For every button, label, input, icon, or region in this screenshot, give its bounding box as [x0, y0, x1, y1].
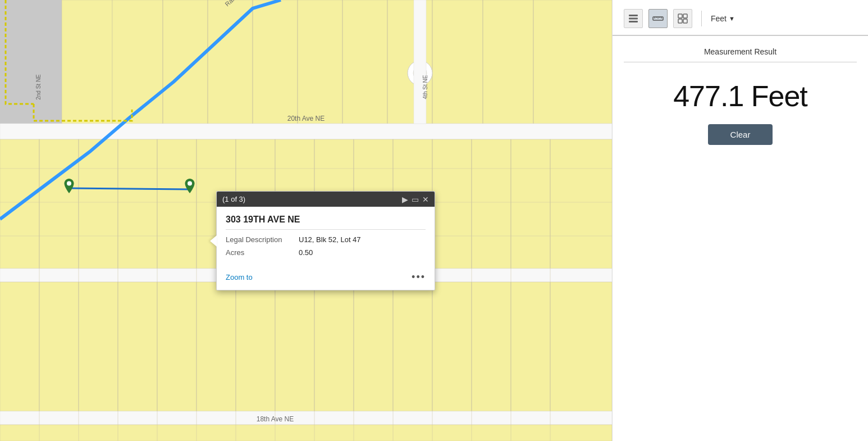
popup: (1 of 3) ▶ ▭ ✕ 303 19TH AVE NE Legal Des…: [216, 191, 435, 290]
popup-label-acres: Acres: [226, 248, 299, 257]
clear-button[interactable]: Clear: [708, 124, 773, 145]
measure-button[interactable]: [648, 9, 668, 28]
svg-rect-44: [511, 282, 550, 411]
svg-rect-31: [0, 282, 39, 411]
chevron-down-icon: ▼: [729, 15, 735, 22]
svg-rect-8: [298, 0, 342, 124]
popup-arrow: [210, 235, 217, 247]
svg-rect-10: [387, 0, 432, 124]
popup-footer: Zoom to •••: [217, 268, 435, 290]
svg-rect-88: [629, 21, 638, 22]
popup-play-btn[interactable]: ▶: [402, 196, 408, 203]
svg-rect-13: [533, 0, 612, 124]
svg-text:4th St NE: 4th St NE: [422, 75, 428, 99]
popup-title: 303 19TH AVE NE: [226, 215, 426, 230]
svg-rect-34: [118, 282, 157, 411]
toolbar-divider: [701, 11, 702, 26]
svg-rect-39: [314, 282, 354, 411]
svg-rect-0: [0, 0, 62, 124]
svg-rect-14: [0, 124, 612, 139]
svg-point-85: [188, 181, 192, 186]
svg-rect-96: [683, 14, 687, 18]
layers-button[interactable]: [624, 9, 643, 28]
svg-rect-9: [342, 0, 387, 124]
map-marker-1[interactable]: [63, 179, 75, 194]
svg-rect-36: [197, 282, 236, 411]
svg-rect-1: [0, 101, 112, 146]
popup-minimize-btn[interactable]: ▭: [412, 196, 419, 203]
grid-button[interactable]: [673, 9, 692, 28]
svg-rect-28: [511, 139, 550, 269]
unit-selector[interactable]: Feet ▼: [711, 14, 735, 23]
svg-rect-4: [112, 0, 163, 124]
zoom-to-link[interactable]: Zoom to: [226, 273, 253, 282]
popup-label-legal: Legal Description: [226, 235, 299, 244]
svg-rect-38: [275, 282, 314, 411]
toolbar: Feet ▼: [613, 0, 868, 36]
map-marker-2[interactable]: [184, 179, 196, 194]
svg-rect-5: [163, 0, 208, 124]
svg-rect-42: [432, 282, 472, 411]
popup-field-acres: Acres 0.50: [226, 248, 426, 257]
measurement-value: 477.1 Feet: [613, 74, 868, 124]
popup-header-controls[interactable]: ▶ ▭ ✕: [402, 196, 429, 203]
svg-text:2nd St NE: 2nd St NE: [35, 74, 42, 100]
map-area[interactable]: 20th Ave NE 19t 18th Ave NE 4th St NE 2n…: [0, 0, 612, 441]
svg-text:18th Ave NE: 18th Ave NE: [257, 415, 294, 423]
unit-label: Feet: [711, 14, 727, 23]
svg-rect-29: [550, 139, 612, 269]
svg-rect-12: [483, 0, 533, 124]
svg-point-75: [413, 66, 427, 80]
svg-rect-77: [414, 0, 426, 124]
svg-rect-19: [157, 139, 197, 269]
svg-point-84: [67, 181, 71, 186]
right-panel: Feet ▼ Measurement Result 477.1 Feet Cle…: [612, 0, 868, 441]
svg-rect-16: [39, 139, 79, 269]
svg-line-76: [69, 188, 189, 189]
svg-rect-17: [79, 139, 118, 269]
svg-rect-47: [0, 425, 612, 441]
svg-rect-7: [253, 0, 298, 124]
popup-header: (1 of 3) ▶ ▭ ✕: [217, 192, 435, 207]
svg-rect-98: [683, 19, 687, 23]
svg-rect-40: [354, 282, 393, 411]
svg-rect-3: [62, 0, 112, 124]
svg-rect-11: [432, 0, 483, 124]
svg-rect-27: [472, 139, 511, 269]
svg-rect-35: [157, 282, 197, 411]
popup-pagination: (1 of 3): [222, 195, 245, 203]
svg-rect-46: [0, 411, 612, 425]
svg-rect-18: [118, 139, 157, 269]
svg-rect-15: [0, 139, 39, 269]
svg-text:20th Ave NE: 20th Ave NE: [287, 115, 325, 122]
popup-value-legal: U12, Blk 52, Lot 47: [299, 235, 361, 244]
svg-rect-95: [678, 14, 682, 18]
svg-marker-2: [0, 0, 191, 185]
svg-rect-33: [79, 282, 118, 411]
svg-rect-26: [432, 139, 472, 269]
popup-more-options-btn[interactable]: •••: [412, 271, 426, 283]
popup-body: 303 19TH AVE NE Legal Description U12, B…: [217, 207, 435, 268]
popup-header-left: (1 of 3): [222, 195, 245, 203]
svg-text:Rainbow Blvd: Rainbow Blvd: [223, 0, 256, 7]
popup-close-btn[interactable]: ✕: [422, 196, 429, 203]
measurement-result-label: Measurement Result: [613, 36, 868, 62]
svg-rect-43: [472, 282, 511, 411]
svg-rect-97: [678, 19, 682, 23]
svg-rect-32: [39, 282, 79, 411]
svg-rect-6: [208, 0, 253, 124]
svg-rect-41: [393, 282, 432, 411]
svg-rect-37: [236, 282, 275, 411]
svg-rect-87: [629, 18, 638, 20]
svg-point-74: [408, 61, 432, 85]
svg-rect-86: [629, 15, 638, 16]
svg-rect-45: [550, 282, 612, 411]
popup-value-acres: 0.50: [299, 248, 313, 257]
popup-field-legal: Legal Description U12, Blk 52, Lot 47: [226, 235, 426, 244]
